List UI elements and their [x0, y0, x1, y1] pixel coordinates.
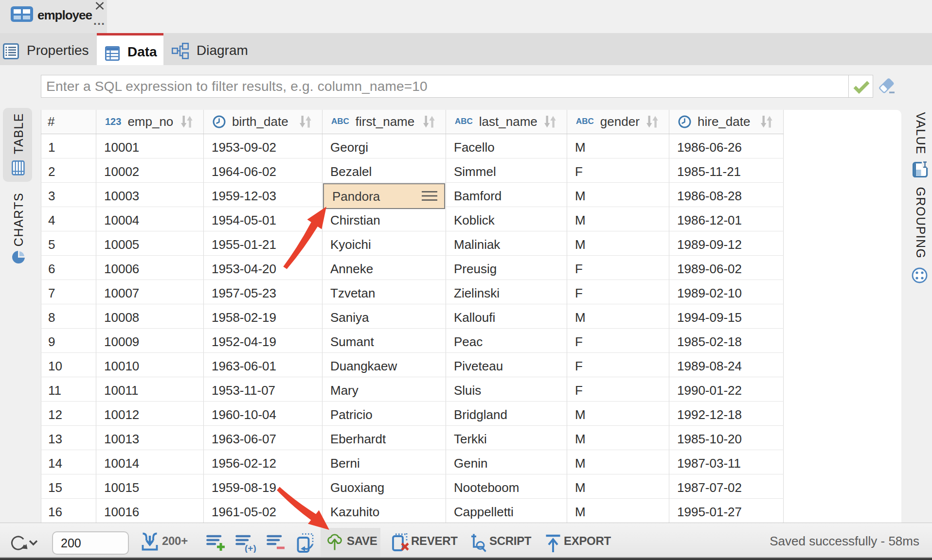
svg-text:(+): (+)	[245, 543, 256, 553]
